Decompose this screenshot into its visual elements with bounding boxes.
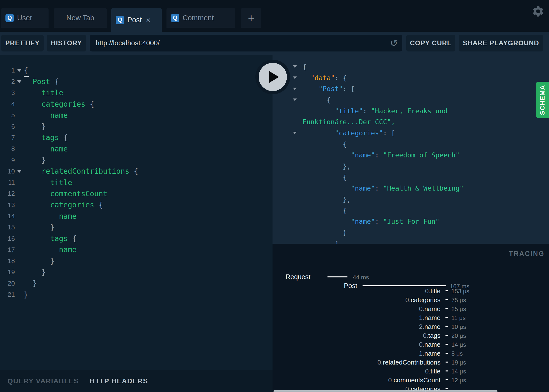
horizontal-scrollbar[interactable] [274,390,497,392]
gear-icon[interactable] [532,5,545,18]
fold-arrow-icon[interactable] [17,170,22,173]
query-badge: Q [171,14,179,22]
line-number: 14 [0,212,15,220]
line-number: 12 [0,190,15,197]
close-tab-icon[interactable]: × [146,16,151,24]
timing-tick [445,353,448,354]
response-code-line: }, [273,194,549,205]
query-code-line: 1{ [0,65,273,76]
timing-tick [445,379,448,380]
response-code-line: { [273,172,549,183]
line-number: 5 [0,111,15,119]
tab-user[interactable]: QUser [1,8,49,28]
tab-comment[interactable]: QComment [166,8,235,28]
query-code-line: 21} [0,289,273,300]
fold-arrow-icon[interactable] [293,88,297,90]
editor-footer: QUERY VARIABLES HTTP HEADERS [0,370,273,392]
fold-arrow-icon[interactable] [17,80,22,83]
line-number: 4 [0,100,15,108]
timing-tick [445,344,448,345]
copy-curl-button[interactable]: COPY CURL [406,35,455,51]
line-number: 20 [0,280,15,287]
prettify-button[interactable]: PRETTIFY [1,35,44,51]
response-code-line: "name": "Freedom of Speech" [273,150,549,161]
line-number: 2 [0,78,15,85]
line-number: 13 [0,201,15,209]
line-number: 6 [0,123,15,130]
response-code-line: }, [273,161,549,172]
response-code-line: } [273,227,549,238]
fold-arrow-icon[interactable] [293,132,297,134]
execute-button[interactable] [255,60,290,94]
timing-bar [362,285,446,286]
timing-tick [445,290,448,291]
response-code-line: "name": "Health & Wellbeing" [273,183,549,194]
tab-http-headers[interactable]: HTTP HEADERS [90,377,148,385]
query-badge: Q [5,14,14,22]
tab-new-tab[interactable]: New Tab [54,8,107,28]
query-editor-pane[interactable]: 1{2 Post {3 title4 categories {5 name6 }… [0,55,273,370]
query-code-line: 17 name [0,244,273,255]
tracing-field-row: 0.name25 μs [273,305,549,313]
top-bar: QUserNew TabQPost×QComment + [0,0,549,32]
refresh-schema-icon[interactable]: ↺ [390,38,398,49]
tracing-span-request: Request44 ms [273,273,549,281]
response-lines: { "data": { "Post": [ { "title": "Hacker… [273,61,549,244]
line-number: 9 [0,156,15,164]
share-playground-button[interactable]: SHARE PLAYGROUND [459,35,543,51]
line-number: 16 [0,235,15,243]
timing-tick [445,335,448,336]
tracing-panel: TRACING Request44 msPost167 ms0.title153… [273,244,549,392]
response-code-line: "title": "Hacker, Freaks und [273,105,549,117]
query-code-line: 14 name [0,211,273,222]
tracing-field-row: 1.name11 μs [273,314,549,321]
tracing-field-row: 2.name10 μs [273,323,549,330]
fold-arrow-icon[interactable] [293,98,297,101]
response-code-line: Funktionäre...Der CCC", [273,116,549,127]
response-code-line: { [273,205,549,216]
schema-side-tab[interactable]: SCHEMA [536,82,549,118]
query-code-line: 11 title [0,177,273,188]
fold-arrow-icon[interactable] [293,76,297,79]
new-tab-button[interactable]: + [241,8,261,28]
response-code-line: ] [273,238,549,244]
history-button[interactable]: HISTORY [47,35,86,51]
response-code-line: { [273,94,549,105]
text-cursor [24,76,29,77]
line-number: 1 [0,67,15,74]
timing-tick [445,299,448,300]
tab-post[interactable]: QPost× [111,8,162,32]
tab-label: User [17,14,32,22]
response-code-line: "name": "Just For Fun" [273,216,549,227]
timing-tick [445,370,448,371]
query-code-line: 7 tags { [0,132,273,143]
tracing-field-row: 0.title153 μs [273,287,549,295]
schema-tab-label: SCHEMA [539,85,546,115]
line-number: 21 [0,291,15,298]
line-number: 10 [0,168,15,175]
fold-arrow-icon[interactable] [17,69,22,72]
response-code-line: "Post": [ [273,83,549,94]
timing-tick [445,362,448,363]
play-icon [259,63,287,91]
endpoint-input[interactable]: http://localhost:4000/ ↺ [90,35,402,51]
query-code-line: 20 } [0,278,273,289]
line-number: 18 [0,257,15,265]
query-code-line: 16 tags { [0,233,273,244]
tab-query-variables[interactable]: QUERY VARIABLES [7,377,79,385]
fold-arrow-icon[interactable] [293,65,297,68]
query-code-line: 2 Post { [0,76,273,87]
query-code-line: 13 categories { [0,199,273,211]
timing-tick [445,317,448,318]
query-code-line: 15 } [0,222,273,233]
query-code-line: 3 title [0,87,273,98]
query-code-line: 12 commentsCount [0,188,273,199]
line-number: 19 [0,268,15,276]
line-number: 15 [0,223,15,231]
timing-tick [445,388,448,389]
query-code-line: 5 name [0,110,273,121]
query-badge: Q [116,16,124,24]
response-code-line: { [273,61,549,72]
query-code-line: 10 relatedContributions { [0,166,273,177]
toolbar: PRETTIFY HISTORY http://localhost:4000/ … [0,32,549,55]
